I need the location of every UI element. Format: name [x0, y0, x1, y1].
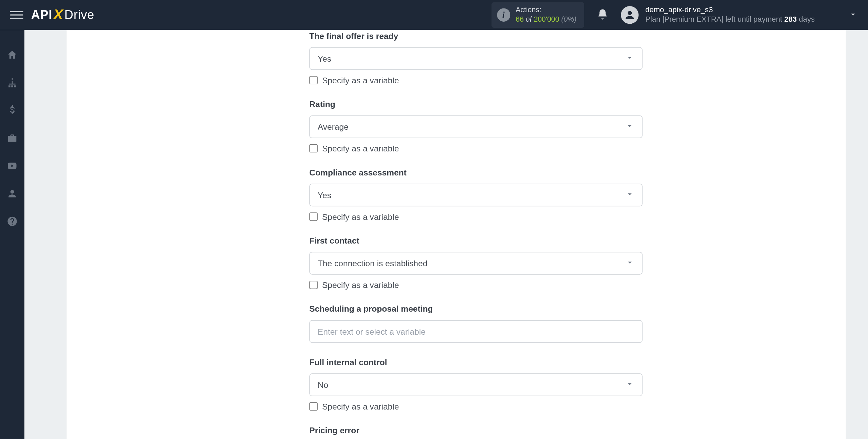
specify-variable-checkbox[interactable] [309, 281, 318, 289]
brand-logo[interactable]: API X Drive [31, 6, 95, 24]
actions-used: 66 [516, 15, 524, 23]
menu-toggle-icon[interactable] [10, 8, 23, 22]
actions-total: 200'000 [534, 15, 559, 23]
brand-api: API [31, 8, 53, 22]
plan-name: Premium EXTRA [664, 15, 721, 23]
chevron-down-icon [625, 379, 634, 390]
specify-variable-label: Specify as a variable [322, 76, 399, 85]
form-group: First contactThe connection is establish… [309, 236, 643, 290]
field-label: Full internal control [309, 357, 643, 367]
form-group: RatingAverageSpecify as a variable [309, 99, 643, 153]
brand-x: X [54, 6, 63, 23]
field-label: Scheduling a proposal meeting [309, 304, 643, 314]
briefcase-icon[interactable] [6, 132, 18, 144]
specify-variable-label: Specify as a variable [322, 212, 399, 222]
form-group: The final offer is readyYesSpecify as a … [309, 31, 643, 85]
select-value: Average [318, 122, 349, 131]
content-card: The final offer is readyYesSpecify as a … [67, 30, 846, 439]
user-icon[interactable] [6, 188, 18, 200]
help-icon[interactable] [6, 215, 18, 227]
specify-variable-row[interactable]: Specify as a variable [309, 280, 643, 290]
actions-text: Actions: 66 of 200'000 (0%) [516, 6, 576, 24]
specify-variable-row[interactable]: Specify as a variable [309, 76, 643, 85]
notifications-icon[interactable] [596, 8, 609, 22]
plan-days-word: days [797, 15, 815, 23]
chevron-down-icon [625, 122, 634, 132]
user-info[interactable]: demo_apix-drive_s3 Plan |Premium EXTRA| … [645, 6, 814, 24]
info-icon: i [497, 8, 510, 22]
plan-days-num: 283 [784, 15, 797, 23]
sitemap-icon[interactable] [6, 77, 18, 89]
form-group: Compliance assessmentYesSpecify as a var… [309, 168, 643, 222]
page-body: The final offer is readyYesSpecify as a … [24, 30, 868, 439]
home-icon[interactable] [6, 49, 18, 61]
chevron-down-icon [625, 190, 634, 200]
form-group: Full internal controlNoSpecify as a vari… [309, 357, 643, 411]
actions-label: Actions: [516, 6, 576, 15]
select-dropdown[interactable]: Yes [309, 184, 643, 206]
actions-counter[interactable]: i Actions: 66 of 200'000 (0%) [491, 2, 584, 28]
select-dropdown[interactable]: No [309, 373, 643, 396]
youtube-icon[interactable] [6, 160, 18, 172]
actions-of: of [526, 15, 532, 23]
username: demo_apix-drive_s3 [645, 6, 814, 15]
plan-mid: | left until payment [722, 15, 784, 23]
specify-variable-row[interactable]: Specify as a variable [309, 144, 643, 153]
select-dropdown[interactable]: The connection is established [309, 252, 643, 275]
specify-variable-label: Specify as a variable [322, 402, 399, 411]
plan-line: Plan |Premium EXTRA| left until payment … [645, 15, 814, 24]
side-rail [0, 30, 24, 439]
specify-variable-label: Specify as a variable [322, 144, 399, 153]
form-group: Scheduling a proposal meeting [309, 304, 643, 343]
field-label: Pricing error [309, 425, 643, 435]
specify-variable-checkbox[interactable] [309, 402, 318, 411]
chevron-down-icon [625, 258, 634, 269]
brand-drive: Drive [64, 8, 94, 22]
specify-variable-row[interactable]: Specify as a variable [309, 212, 643, 222]
select-dropdown[interactable]: Yes [309, 47, 643, 70]
app-header: API X Drive i Actions: 66 of 200'000 (0%… [0, 0, 868, 30]
user-menu-chevron-icon[interactable] [848, 9, 858, 21]
select-value: No [318, 380, 328, 390]
specify-variable-checkbox[interactable] [309, 212, 318, 221]
specify-variable-checkbox[interactable] [309, 144, 318, 153]
select-value: Yes [318, 190, 331, 200]
select-value: The connection is established [318, 258, 428, 268]
dollar-icon[interactable] [6, 104, 18, 117]
field-label: Rating [309, 99, 643, 109]
plan-prefix: Plan | [645, 15, 664, 23]
select-dropdown[interactable]: Average [309, 116, 643, 138]
field-label: First contact [309, 236, 643, 245]
form-group: Pricing errorInvalid rounding policySpec… [309, 425, 643, 439]
specify-variable-label: Specify as a variable [322, 280, 399, 290]
form-column: The final offer is readyYesSpecify as a … [309, 30, 643, 439]
user-avatar-icon[interactable] [621, 6, 638, 24]
chevron-down-icon [625, 53, 634, 64]
specify-variable-row[interactable]: Specify as a variable [309, 402, 643, 411]
field-label: The final offer is ready [309, 31, 643, 41]
field-label: Compliance assessment [309, 168, 643, 177]
text-input[interactable] [309, 320, 643, 343]
select-value: Yes [318, 54, 331, 63]
actions-pct: (0%) [561, 15, 576, 23]
specify-variable-checkbox[interactable] [309, 76, 318, 84]
